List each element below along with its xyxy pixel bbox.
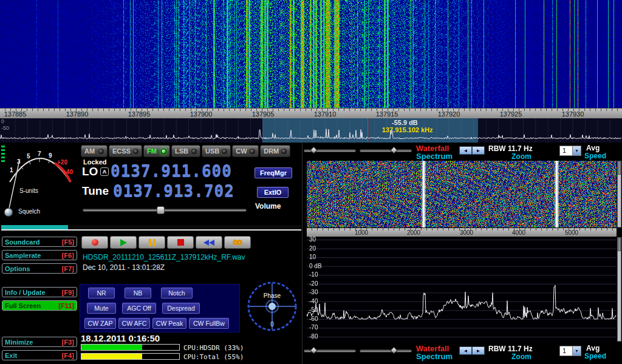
lo-frequency-display[interactable]: 0137.911.600 (111, 163, 232, 181)
speed-label: Speed (584, 152, 606, 160)
volume-slider-handle[interactable] (157, 206, 165, 214)
db-tick: -40 (309, 298, 318, 305)
despread-button[interactable]: Despread (162, 303, 200, 314)
cpu-hdsdr-fill (81, 345, 142, 350)
mode-led (98, 149, 104, 154)
dropdown-arrow-icon[interactable]: ▼ (572, 146, 581, 155)
cursor-freq-readout: 137.915.102 kHz (382, 126, 433, 133)
zoom-arrows: ◄ ► (459, 346, 485, 355)
pause-button[interactable] (138, 236, 165, 249)
play-button[interactable] (110, 236, 137, 249)
rbw-readout: RBW 11.7 Hz (488, 345, 533, 353)
meter-scale-label: 1 (10, 167, 13, 174)
audio-spectrum-display[interactable]: 30 20 10 0 dB -10 -20 -30 -40 -50 -60 -7… (307, 237, 617, 342)
nr-button[interactable]: NR (88, 288, 115, 298)
rewind-icon (203, 240, 214, 246)
samplerate-button[interactable]: Samplerate[F6] (2, 250, 77, 260)
main-waterfall-display[interactable] (0, 0, 622, 108)
meter-scale-label: 9 (49, 152, 52, 159)
cpu-hdsdr-bar (81, 344, 180, 351)
loop-button[interactable] (224, 236, 251, 249)
zoom-left-button[interactable]: ◄ (459, 146, 472, 155)
cw-afc-button[interactable]: CW AFC (118, 318, 150, 329)
recording-timestamp: Dec 10, 2011 - 13:01:28Z (83, 263, 165, 272)
main-spectrum-display[interactable]: 0 -50 -55.9 dB 137.915.102 kHz (0, 118, 622, 143)
cw-zap-button[interactable]: CW ZAP (84, 318, 116, 329)
right-bottom-controls: Waterfall Spectrum ◄ ► RBW 11.7 Hz Zoom … (302, 344, 622, 361)
slider-handle[interactable] (310, 146, 318, 154)
loop-icon (233, 240, 242, 245)
squelch-level-fill (1, 225, 68, 229)
audio-waterfall-display[interactable] (307, 161, 617, 228)
squelch-level-bar[interactable] (1, 225, 301, 231)
main-spectrum-canvas[interactable] (0, 118, 622, 143)
cw-peak-button[interactable]: CW Peak (152, 318, 186, 329)
dropdown-arrow-icon[interactable]: ▼ (572, 346, 581, 356)
squelch-label: Squelch (18, 208, 40, 215)
tune-frequency-display[interactable]: 0137.913.702 (113, 183, 234, 201)
mode-button-am[interactable]: AM (81, 145, 108, 157)
soundcard-button[interactable]: Soundcard[F5] (2, 237, 77, 247)
mode-button-lsb[interactable]: LSB (171, 145, 200, 157)
mode-button-ecss[interactable]: ECSS (109, 145, 142, 157)
phase-indicator[interactable]: Phase 0 (245, 280, 299, 333)
rewind-button[interactable] (196, 236, 222, 249)
dsp-row: Mute AGC Off Despread (84, 303, 235, 314)
zoom-right-button[interactable]: ► (472, 146, 485, 155)
mode-button-usb[interactable]: USB (202, 145, 231, 157)
frequency-scale-ticks (0, 109, 622, 111)
meter-scale-label: +40 (63, 169, 73, 175)
spectrum-tab[interactable]: Spectrum (416, 152, 453, 161)
zoom-right-button[interactable]: ► (472, 346, 485, 355)
tune-label: Tune (82, 184, 109, 198)
audio-spectrum-canvas[interactable] (307, 237, 617, 342)
avg-dropdown[interactable]: 1 ▼ (559, 346, 581, 356)
s-meter: 1 3 5 7 9 +20 +40 S-units Squelch (1, 144, 79, 223)
db-tick: 0 dB (309, 263, 322, 269)
spectrum-scrollbar[interactable] (617, 237, 621, 342)
mode-button-fm[interactable]: FM (143, 145, 170, 157)
agc-off-button[interactable]: AGC Off (122, 303, 156, 314)
mode-button-cw[interactable]: CW (232, 145, 259, 157)
freqmgr-button[interactable]: FreqMgr (255, 167, 292, 178)
extio-button[interactable]: ExtIO (257, 187, 289, 198)
notch-button[interactable]: Notch (161, 288, 193, 298)
avg-dropdown[interactable]: 1 ▼ (559, 146, 581, 156)
exit-button[interactable]: Exit[F4] (2, 350, 77, 360)
record-button[interactable] (81, 236, 108, 249)
db-tick: -70 (309, 324, 318, 331)
cursor-db-readout: -55.9 dB (392, 119, 418, 126)
zoom-arrows: ◄ ► (459, 146, 485, 155)
mute-button[interactable]: Mute (87, 303, 116, 314)
spectrum-tab[interactable]: Spectrum (416, 352, 453, 361)
audio-freq-tick: 5000 (565, 229, 578, 236)
panel-divider (302, 143, 302, 364)
options-button[interactable]: Options[F7] (2, 263, 77, 274)
nb-button[interactable]: NB (125, 288, 151, 298)
lo-sync-badge[interactable]: A (100, 167, 109, 176)
audio-frequency-scale[interactable]: 1000 2000 3000 4000 5000 (307, 228, 617, 237)
zoom-left-button[interactable]: ◄ (459, 346, 472, 355)
cw-fullbw-button[interactable]: CW FullBw (189, 318, 229, 329)
mode-button-drm[interactable]: DRM (260, 145, 290, 157)
volume-slider-track[interactable] (83, 209, 247, 212)
freq-tick: 137910 (314, 110, 337, 118)
squelch-knob (4, 208, 13, 217)
freq-tick: 137915 (376, 110, 398, 118)
info-update-button[interactable]: Info / Update[F9] (2, 287, 77, 297)
fullscreen-button[interactable]: Full Screen[F11] (2, 300, 77, 311)
avg-label: Avg (586, 344, 600, 352)
slider-handle[interactable] (390, 346, 398, 354)
s-units-label: S-units (19, 187, 38, 194)
audio-freq-tick: 4000 (512, 229, 525, 236)
frequency-scale[interactable]: 137885 137890 137895 137900 137905 13791… (0, 108, 622, 118)
waterfall-scrollbar[interactable] (617, 161, 621, 228)
minimize-button[interactable]: Minimize[F3] (2, 337, 77, 347)
cpu-total-label: CPU:Total (55%) (183, 353, 244, 361)
slider-handle[interactable] (390, 146, 398, 154)
stop-button[interactable] (167, 236, 194, 249)
scrollbar-thumb[interactable] (618, 161, 621, 175)
scrollbar-thumb[interactable] (618, 238, 621, 251)
slider-handle[interactable] (310, 346, 318, 354)
db-tick: 10 (309, 254, 316, 260)
